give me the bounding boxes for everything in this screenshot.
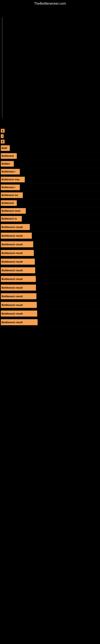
result-row-6: Bottleneck res: [0, 192, 100, 199]
result-row-7: Bottleneck: [0, 199, 100, 207]
result-row-17: Bottleneck result: [0, 283, 100, 292]
site-title: TheBottlenecker.com: [34, 2, 66, 6]
vertical-axis-line: [2, 17, 2, 118]
result-row-13: Bottleneck result: [0, 249, 100, 258]
site-title-area: TheBottlenecker.com: [0, 0, 100, 7]
small-label-i: I: [0, 134, 100, 139]
result-row-9: Bottleneck re: [0, 215, 100, 223]
result-row-15: Bottleneck result: [0, 266, 100, 275]
result-row-12: Bottleneck result: [0, 240, 100, 249]
result-row-10: Bottleneck result: [0, 223, 100, 232]
result-row-8: Bottleneck resul: [0, 207, 100, 215]
small-label-e2: E: [0, 139, 100, 144]
result-row-5: Bottleneck r: [0, 184, 100, 192]
result-row-21: Bottleneck result: [0, 318, 100, 327]
chart-area: [0, 7, 100, 128]
result-row-0: Bottl: [0, 144, 100, 152]
result-row-19: Bottleneck result: [0, 301, 100, 309]
result-row-1: Bottleneck: [0, 152, 100, 160]
result-row-11: Bottleneck result: [0, 232, 100, 240]
result-row-4: Bottleneck resu: [0, 176, 100, 184]
result-row-3: Bottleneck r: [0, 168, 100, 176]
bottom-fill: [0, 327, 100, 367]
result-row-14: Bottleneck result: [0, 258, 100, 266]
result-row-18: Bottleneck result: [0, 292, 100, 301]
small-label-e1: E: [0, 128, 100, 134]
result-row-16: Bottleneck result: [0, 275, 100, 283]
result-row-2: Bottlen: [0, 160, 100, 168]
result-row-20: Bottleneck result: [0, 309, 100, 318]
